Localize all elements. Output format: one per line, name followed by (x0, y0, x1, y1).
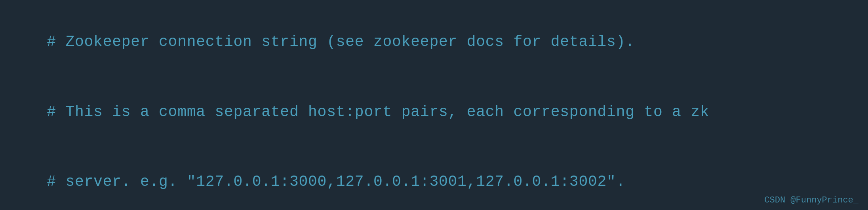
comment-line-3: # server. e.g. "127.0.0.1:3000,127.0.0.1… (10, 147, 858, 210)
watermark: CSDN @FunnyPrince_ (764, 195, 858, 205)
comment-line-2: # This is a comma separated host:port pa… (10, 77, 858, 147)
comment-line-1: # Zookeeper connection string (see zooke… (10, 7, 858, 77)
code-block: # Zookeeper connection string (see zooke… (0, 0, 868, 210)
